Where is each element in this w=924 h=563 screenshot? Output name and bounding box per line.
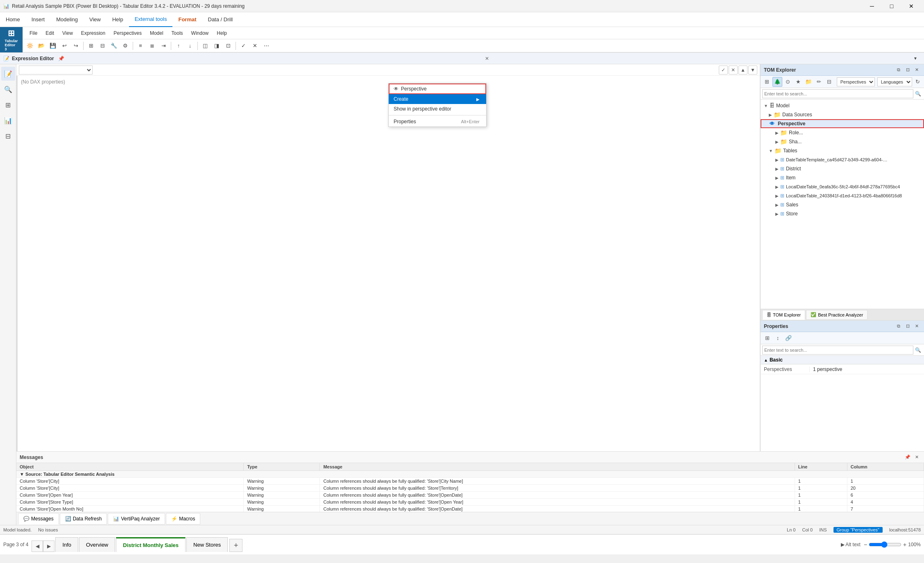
bottom-tab-vertipaq[interactable]: 📊 VertiPaq Analyzer (108, 513, 165, 525)
tabular-menu-help[interactable]: Help (213, 27, 231, 39)
tb-new[interactable]: 🔆 (25, 41, 35, 51)
tabular-menu-edit[interactable]: Edit (41, 27, 58, 39)
bottom-tab-datarefresh[interactable]: 🔄 Data Refresh (60, 513, 107, 525)
tb-align-left[interactable]: ≡ (135, 41, 146, 51)
minimize-button[interactable]: ─ (863, 0, 881, 12)
tb-layout2[interactable]: ◨ (211, 41, 222, 51)
tb-table[interactable]: ⊟ (97, 41, 108, 51)
props-icon-grid[interactable]: ⊞ (762, 333, 772, 343)
ctx-item-show-editor[interactable]: Show in perspective editor (389, 104, 486, 114)
props-search-input[interactable] (762, 346, 913, 355)
ctx-trigger[interactable]: 👁 Perspective (389, 84, 486, 94)
tom-search-input[interactable] (762, 89, 913, 98)
tb-arrow-up[interactable]: ↑ (173, 41, 184, 51)
menu-external-tools[interactable]: External tools (129, 12, 173, 27)
pbi-nav-prev[interactable]: ◀ (32, 540, 43, 552)
expr-nav-down[interactable]: ▼ (748, 66, 757, 75)
expr-cancel-btn[interactable]: ✕ (729, 66, 738, 75)
tabular-menu-model[interactable]: Model (146, 27, 168, 39)
menu-data-drill[interactable]: Data / Drill (202, 12, 239, 27)
props-icon-link[interactable]: 🔗 (784, 333, 793, 343)
tabular-menu-view[interactable]: View (58, 27, 77, 39)
tom-icon-diagram[interactable]: ⊙ (783, 77, 793, 87)
zoom-minus-btn[interactable]: − (864, 541, 867, 548)
pbi-tab-info[interactable]: Info (55, 537, 78, 552)
tb-settings[interactable]: ⚙ (120, 41, 131, 51)
tree-table-sales[interactable]: ▶ ⊞ Sales (761, 200, 924, 209)
messages-pin-btn[interactable]: 📌 (904, 453, 912, 461)
tom-search-icon[interactable]: 🔍 (913, 89, 922, 98)
tom-icon-star[interactable]: ★ (793, 77, 803, 87)
tree-perspectives[interactable]: 👁 Perspective (761, 119, 924, 128)
tom-icon-pencil[interactable]: ✏ (814, 77, 824, 87)
expr-collapse[interactable]: ▼ (910, 53, 921, 64)
tree-model[interactable]: ▼ 🗄 Model (761, 101, 924, 110)
tom-icon-grid[interactable]: ⊞ (762, 77, 772, 87)
props-search-icon[interactable]: 🔍 (913, 346, 922, 355)
tom-icon-refresh[interactable]: ↻ (913, 77, 922, 87)
tom-float-btn[interactable]: ⊡ (904, 66, 912, 74)
tree-table-district[interactable]: ▶ ⊞ District (761, 164, 924, 173)
tom-close-btn[interactable]: ✕ (913, 66, 921, 74)
close-button[interactable]: ✕ (902, 0, 921, 12)
tabular-menu-expression[interactable]: Expression (77, 27, 109, 39)
tb-open[interactable]: 📂 (36, 41, 47, 51)
tabular-menu-tools[interactable]: Tools (168, 27, 187, 39)
tom-perspectives-dropdown[interactable]: Perspectives (837, 77, 875, 86)
tb-deploy[interactable]: 🔧 (109, 41, 119, 51)
expr-object-selector[interactable] (19, 66, 93, 75)
tb-layout3[interactable]: ⊡ (223, 41, 233, 51)
expr-nav-up[interactable]: ▲ (738, 66, 747, 75)
messages-close-btn[interactable]: ✕ (913, 453, 921, 461)
tom-languages-dropdown[interactable]: Languages (877, 77, 912, 86)
tb-align-right[interactable]: ≣ (147, 41, 157, 51)
tb-layout1[interactable]: ◫ (200, 41, 211, 51)
tom-icon-tree[interactable]: 🌲 (772, 77, 782, 87)
props-section-basic[interactable]: ▲ Basic (761, 356, 924, 364)
menu-view[interactable]: View (84, 12, 106, 27)
tree-datasources[interactable]: ▶ 📁 Data Sources (761, 110, 924, 119)
menu-modeling[interactable]: Modeling (50, 12, 84, 27)
tree-tables[interactable]: ▼ 📁 Tables (761, 146, 924, 155)
zoom-plus-btn[interactable]: + (903, 541, 906, 548)
tom-restore-btn[interactable]: ⧉ (895, 66, 903, 74)
menu-home[interactable]: Home (0, 12, 26, 27)
sidebar-grid[interactable]: ⊞ (1, 98, 15, 112)
expression-editor-close[interactable]: ✕ (483, 54, 491, 63)
sidebar-chart[interactable]: 📊 (1, 113, 15, 127)
tree-shared[interactable]: ▶ 📁 Sha... (761, 137, 924, 146)
tabular-menu-file[interactable]: File (25, 27, 41, 39)
tabular-menu-perspectives[interactable]: Perspectives (109, 27, 146, 39)
maximize-button[interactable]: □ (882, 0, 901, 12)
props-close-btn[interactable]: ✕ (913, 322, 921, 330)
bottom-tab-macros[interactable]: ⚡ Macros (166, 513, 200, 525)
menu-insert[interactable]: Insert (26, 12, 51, 27)
tb-grid[interactable]: ⊞ (86, 41, 96, 51)
tb-more[interactable]: ⋯ (261, 41, 272, 51)
pbi-nav-next[interactable]: ▶ (43, 540, 54, 552)
pbi-add-tab-button[interactable]: + (229, 539, 242, 552)
tb-check[interactable]: ✓ (238, 41, 249, 51)
tb-indent[interactable]: ⇥ (158, 41, 169, 51)
sidebar-expression-editor[interactable]: 📝 (1, 67, 15, 81)
tom-tab-bpa[interactable]: ✅ Best Practice Analyzer (806, 310, 867, 320)
alt-text-btn[interactable]: ▶ Alt text (841, 542, 861, 547)
bottom-tab-messages[interactable]: 💬 Messages (18, 513, 59, 525)
expr-check-btn[interactable]: ✓ (719, 66, 728, 75)
tb-arrow-down[interactable]: ↓ (185, 41, 195, 51)
pbi-tab-new-stores[interactable]: New Stores (186, 537, 228, 552)
tb-refresh2[interactable]: ↪ (70, 41, 81, 51)
tree-table-localdatetable1[interactable]: ▶ ⊞ LocalDateTable_0eafa36c-5fc2-4b6f-84… (761, 182, 924, 191)
tb-cancel[interactable]: ✕ (249, 41, 260, 51)
tom-tab-explorer[interactable]: 🗄 TOM Explorer (762, 310, 805, 320)
pbi-tab-overview[interactable]: Overview (79, 537, 115, 552)
props-float-btn[interactable]: ⊡ (904, 322, 912, 330)
tom-icon-folder[interactable]: 📁 (804, 77, 813, 87)
ctx-item-properties[interactable]: Properties Alt+Enter (389, 117, 486, 127)
tree-table-localdatetable2[interactable]: ▶ ⊞ LocalDateTable_2403841f-d1ed-4123-bf… (761, 191, 924, 200)
zoom-slider[interactable] (869, 541, 901, 548)
tree-table-datetable[interactable]: ▶ ⊞ DateTableTemplate_ca45d427-b349-4299… (761, 155, 924, 164)
expr-pin-btn[interactable]: 📌 (58, 56, 64, 61)
props-icon-sort[interactable]: ↕ (773, 333, 783, 343)
tree-roles[interactable]: ▶ 📁 Role... (761, 128, 924, 137)
